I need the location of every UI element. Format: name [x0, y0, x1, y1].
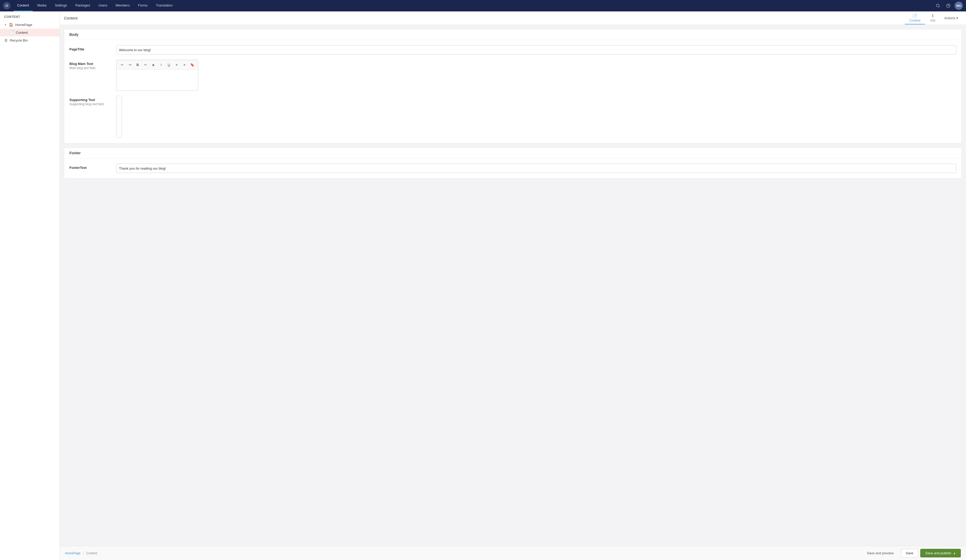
actions-button[interactable]: Actions ▾: [941, 15, 962, 21]
nav-item-members[interactable]: Members: [112, 0, 133, 11]
field-row-pagetitle: PageTitle: [69, 45, 956, 54]
footer-text-input[interactable]: [116, 164, 956, 173]
actions-chevron-icon: ▾: [956, 16, 958, 20]
pagetitle-input[interactable]: [116, 45, 956, 54]
main-area: Content 📄 Content ℹ Info Actions ▾: [60, 11, 966, 560]
rte-bookmark-button[interactable]: 🔖: [189, 61, 196, 68]
field-label-supporting: Supporting Text Supporting blog text fie…: [69, 96, 111, 106]
label-desc-supporting: Supporting blog text field: [69, 102, 111, 106]
tab-info[interactable]: ℹ Info: [925, 11, 940, 25]
label-title-pagetitle: PageTitle: [69, 47, 111, 51]
rte-undo-button[interactable]: ↩: [118, 61, 126, 68]
rte-align-left-button[interactable]: ≡: [173, 61, 180, 68]
footer-card-body: FooterText: [64, 158, 961, 178]
breadcrumb-home-link[interactable]: HomePage: [65, 552, 80, 555]
help-icon[interactable]: [944, 2, 953, 10]
rte-blog-main-content[interactable]: [117, 70, 198, 90]
rte-italic-button[interactable]: I: [158, 61, 165, 68]
field-row-footer-text: FooterText: [69, 164, 956, 173]
breadcrumb-current: Content: [86, 552, 97, 555]
save-preview-button[interactable]: Save and preview: [862, 549, 899, 557]
nav-item-translation[interactable]: Translation: [152, 0, 176, 11]
rte-format-button[interactable]: ◈: [150, 61, 157, 68]
nav-item-content[interactable]: Content: [13, 0, 33, 11]
breadcrumb: HomePage / Content: [65, 552, 862, 555]
main-scroll: Body PageTitle Blog Main T: [60, 25, 966, 546]
sidebar-item-content[interactable]: 📄 Content: [0, 29, 59, 36]
nav-item-media[interactable]: Media: [34, 0, 50, 11]
field-control-supporting: 🤖 Sidekick: [116, 96, 122, 138]
label-title-footer: FooterText: [69, 166, 111, 170]
nav-item-settings[interactable]: Settings: [51, 0, 71, 11]
nav-icons: MG: [934, 2, 963, 10]
field-control-blog-main: ↩ ↪ B ✂ ◈ I U ≡ ≡ 🔖: [116, 60, 198, 90]
label-desc-blog-main: Main blog text field: [69, 66, 111, 70]
content-page-icon: 📄: [9, 30, 14, 34]
header-tabs: 📄 Content ℹ Info Actions ▾: [905, 11, 962, 25]
chevron-down-icon: ▼: [4, 23, 7, 26]
tab-info-icon: ℹ: [932, 13, 933, 18]
rte-bold-button[interactable]: B: [134, 61, 141, 68]
rte-toolbar-blog-main: ↩ ↪ B ✂ ◈ I U ≡ ≡ 🔖: [117, 60, 198, 70]
rte-supporting: [116, 96, 122, 138]
sidebar-item-label-homepage: HomePage: [15, 23, 32, 27]
field-label-footer: FooterText: [69, 164, 111, 170]
svg-point-0: [936, 4, 939, 7]
tab-content-icon: 📄: [912, 13, 917, 18]
footer-section-header: Footer: [64, 148, 961, 158]
field-control-pagetitle: [116, 45, 956, 54]
app-body: Content ▼ 🏠 HomePage 📄 Content 🗑 Recycle…: [0, 11, 966, 560]
field-label-blog-main: Blog Main Text Main blog text field: [69, 60, 111, 70]
publish-chevron-icon: ▲: [953, 552, 956, 555]
tab-content-label: Content: [909, 19, 920, 22]
app-logo[interactable]: U: [3, 2, 10, 9]
save-button[interactable]: Save: [901, 549, 918, 557]
nav-item-users[interactable]: Users: [95, 0, 111, 11]
sidebar: Content ▼ 🏠 HomePage 📄 Content 🗑 Recycle…: [0, 11, 60, 560]
breadcrumb-separator: /: [83, 552, 84, 555]
svg-line-1: [939, 7, 940, 7]
sidebar-item-label-recycle: Recycle Bin: [10, 38, 28, 42]
rte-blog-main: ↩ ↪ B ✂ ◈ I U ≡ ≡ 🔖: [116, 60, 198, 90]
trash-icon: 🗑: [4, 38, 8, 42]
sidebar-section-title: Content: [0, 11, 59, 21]
home-icon: 🏠: [9, 23, 13, 27]
body-section-header: Body: [64, 30, 961, 40]
content-header: Content 📄 Content ℹ Info Actions ▾: [60, 11, 966, 25]
save-publish-label: Save and publish: [925, 551, 951, 555]
page-title: Content: [64, 16, 905, 20]
footer-bar: HomePage / Content Save and preview Save…: [60, 546, 966, 560]
rte-align-center-button[interactable]: ≡: [181, 61, 188, 68]
rte-underline-button[interactable]: U: [165, 61, 172, 68]
actions-label: Actions: [944, 16, 955, 20]
nav-item-packages[interactable]: Packages: [72, 0, 94, 11]
tab-content[interactable]: 📄 Content: [905, 11, 925, 25]
top-navigation: U Content Media Settings Packages Users …: [0, 0, 966, 11]
search-icon[interactable]: [934, 2, 942, 10]
rte-supporting-content[interactable]: [117, 96, 122, 138]
sidebar-item-recycle-bin[interactable]: 🗑 Recycle Bin: [0, 36, 59, 44]
avatar[interactable]: MG: [955, 2, 963, 10]
body-card-body: PageTitle Blog Main Text Main blog text …: [64, 40, 961, 143]
sidebar-item-homepage[interactable]: ▼ 🏠 HomePage: [0, 21, 59, 29]
footer-actions: Save and preview Save Save and publish ▲: [862, 549, 961, 557]
body-card: Body PageTitle Blog Main T: [64, 29, 962, 143]
footer-card: Footer FooterText: [64, 148, 962, 179]
sidebar-item-label-content: Content: [16, 31, 28, 34]
rte-redo-button[interactable]: ↪: [126, 61, 133, 68]
save-publish-button[interactable]: Save and publish ▲: [920, 549, 961, 557]
field-row-blog-main-text: Blog Main Text Main blog text field ↩ ↪ …: [69, 60, 956, 90]
nav-item-forms[interactable]: Forms: [134, 0, 151, 11]
tab-info-label: Info: [930, 19, 935, 22]
field-label-pagetitle: PageTitle: [69, 45, 111, 51]
rte-cut-button[interactable]: ✂: [142, 61, 149, 68]
label-title-supporting: Supporting Text: [69, 98, 111, 102]
field-row-supporting-text: Supporting Text Supporting blog text fie…: [69, 96, 956, 138]
field-control-footer: [116, 164, 956, 173]
label-title-blog-main: Blog Main Text: [69, 62, 111, 66]
